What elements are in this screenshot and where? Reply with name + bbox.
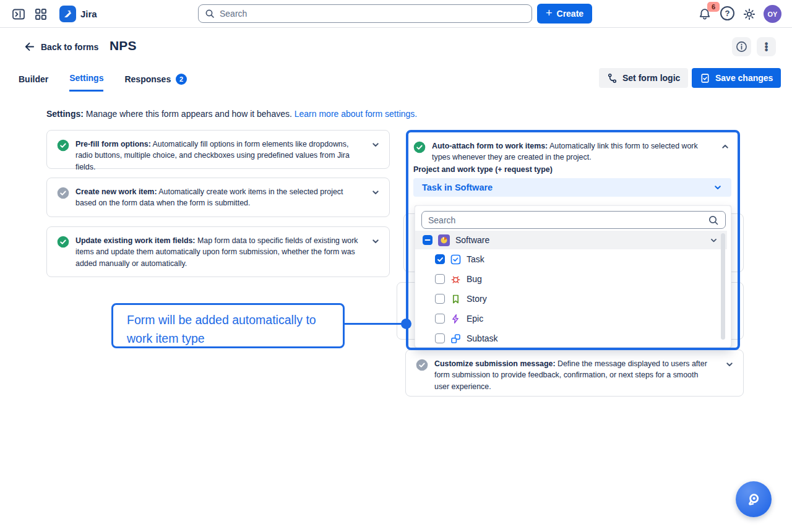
worktype-row-task[interactable]: Task: [415, 249, 727, 269]
set-form-logic-button[interactable]: Set form logic: [599, 68, 688, 88]
project-row-software[interactable]: Software: [415, 231, 727, 249]
worktype-row-epic[interactable]: Epic: [415, 309, 727, 328]
worktype-dropdown: Software Task Bug St: [415, 205, 731, 348]
enabled-check-icon: [57, 236, 69, 248]
more-options-button[interactable]: •••: [757, 37, 776, 56]
top-navigation-bar: Jira + Create 6 ? OY: [0, 0, 792, 28]
vertical-dots-icon: •••: [765, 42, 768, 51]
create-button[interactable]: + Create: [537, 4, 592, 24]
annotation-callout: Form will be added automatically to work…: [111, 303, 345, 348]
app-name: Jira: [80, 9, 97, 19]
save-document-icon: [700, 73, 710, 84]
customize-submission-card: Customize submission message: Define the…: [405, 350, 744, 397]
settings-intro: Settings: Manage where this form appears…: [46, 109, 417, 119]
annotation-connector-dot: [401, 319, 411, 329]
page-title: NPS: [110, 38, 137, 53]
epic-type-icon: [450, 314, 461, 324]
checkbox-unchecked[interactable]: [435, 274, 445, 284]
chevron-down-icon[interactable]: [371, 140, 381, 160]
checkbox-unchecked[interactable]: [435, 333, 445, 343]
chevron-down-icon[interactable]: [709, 236, 718, 245]
tab-settings[interactable]: Settings: [69, 73, 103, 92]
info-button[interactable]: [732, 37, 751, 56]
prefill-options-card: Pre-fill form options: Automatically fil…: [46, 130, 390, 169]
global-search[interactable]: [198, 4, 532, 23]
back-to-forms-link[interactable]: Back to forms: [24, 41, 98, 53]
checkbox-unchecked[interactable]: [435, 294, 445, 304]
story-type-icon: [450, 294, 461, 304]
branch-icon: [607, 73, 618, 84]
checkbox-unchecked[interactable]: [435, 314, 445, 324]
help-icon[interactable]: ?: [720, 6, 734, 20]
chevron-up-icon[interactable]: [720, 142, 730, 163]
sidebar-toggle-icon[interactable]: [12, 7, 25, 21]
project-avatar: [438, 234, 450, 246]
project-worktype-label: Project and work type (+ request type): [413, 165, 553, 174]
project-name: Software: [455, 235, 489, 245]
chevron-down-icon[interactable]: [725, 359, 734, 388]
subtask-type-icon: [450, 333, 461, 344]
task-type-icon: [450, 254, 461, 265]
checkbox-checked[interactable]: [435, 254, 445, 264]
notification-count-badge: 6: [707, 2, 720, 12]
annotation-connector-line: [345, 323, 406, 325]
worktype-select[interactable]: Task in Software: [413, 178, 731, 197]
worktype-label: Epic: [467, 314, 483, 324]
search-icon: [708, 215, 719, 226]
worktype-label: Bug: [467, 274, 482, 284]
worktype-label: Subtask: [467, 333, 498, 343]
back-arrow-icon: [24, 41, 35, 53]
worktype-row-bug[interactable]: Bug: [415, 269, 727, 289]
card-text: Update existing work item fields: Map fo…: [75, 235, 364, 268]
chevron-down-icon: [713, 182, 723, 192]
worktype-row-story[interactable]: Story: [415, 289, 727, 309]
enabled-check-icon: [57, 139, 69, 152]
create-work-item-card: Create new work item: Automatically crea…: [46, 178, 390, 217]
dropdown-scrollbar[interactable]: [721, 233, 725, 340]
rovo-chat-button[interactable]: [736, 481, 772, 517]
search-icon: [205, 9, 215, 19]
dropdown-search[interactable]: [421, 211, 726, 229]
disabled-check-icon: [416, 359, 428, 371]
worktype-label: Story: [467, 294, 487, 304]
worktype-row-subtask[interactable]: Subtask: [415, 328, 727, 348]
app-switcher-icon[interactable]: [34, 7, 48, 21]
disabled-check-icon: [57, 187, 69, 199]
tab-responses[interactable]: Responses 2: [124, 73, 187, 92]
enabled-check-icon: [413, 141, 426, 153]
worktype-label: Task: [467, 254, 484, 264]
chevron-down-icon[interactable]: [371, 187, 381, 208]
card-text: Create new work item: Automatically crea…: [75, 186, 364, 208]
gear-icon[interactable]: [742, 7, 756, 21]
chevron-down-icon[interactable]: [371, 236, 381, 268]
save-changes-button[interactable]: Save changes: [692, 68, 781, 88]
update-fields-card: Update existing work item fields: Map fo…: [46, 226, 390, 277]
card-text: Auto-attach form to work items: Automati…: [432, 140, 712, 163]
chat-search-icon: [746, 491, 762, 507]
responses-count-badge: 2: [176, 74, 187, 85]
search-input[interactable]: [220, 9, 525, 19]
indeterminate-checkbox[interactable]: [423, 235, 433, 245]
bug-type-icon: [450, 274, 461, 285]
learn-more-link[interactable]: Learn more about form settings.: [295, 109, 417, 119]
card-text: Customize submission message: Define the…: [434, 358, 710, 388]
jira-logo[interactable]: [59, 6, 76, 22]
jira-form-settings-page: Jira + Create 6 ? OY Back to forms NPS: [0, 0, 792, 532]
selected-value: Task in Software: [422, 182, 493, 192]
back-label: Back to forms: [41, 42, 98, 52]
card-text: Pre-fill form options: Automatically fil…: [75, 139, 364, 160]
dropdown-search-input[interactable]: [428, 215, 703, 225]
plus-icon: +: [546, 7, 553, 19]
avatar[interactable]: OY: [764, 5, 781, 23]
form-tabs: Builder Settings Responses 2: [19, 73, 187, 92]
tab-builder[interactable]: Builder: [19, 73, 48, 92]
